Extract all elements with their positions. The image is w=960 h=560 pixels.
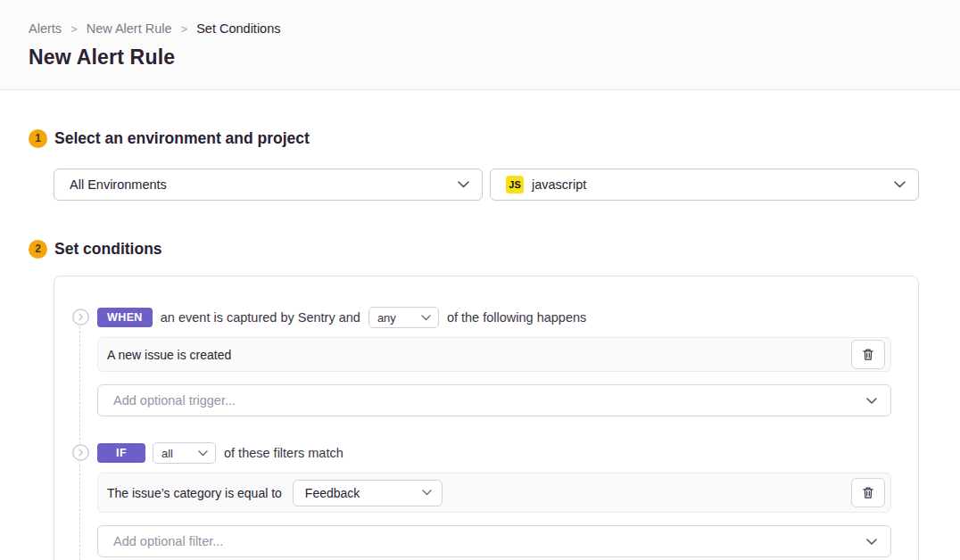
page-title: New Alert Rule [29, 45, 931, 70]
chevron-down-icon [866, 539, 877, 545]
delete-filter-button[interactable] [851, 478, 885, 507]
environment-select[interactable]: All Environments [54, 169, 483, 201]
filter-condition-row: The issue’s category is equal to Feedbac… [97, 473, 891, 513]
trigger-condition-label: A new issue is created [107, 348, 231, 362]
breadcrumb-set-conditions: Set Conditions [196, 21, 280, 36]
collapse-chevron-icon[interactable] [72, 309, 89, 325]
environment-select-value: All Environments [70, 177, 458, 192]
trash-icon [862, 486, 874, 499]
section-conditions-heading: 2 Set conditions [29, 238, 919, 259]
chevron-down-icon [421, 315, 431, 321]
when-text-before: an event is captured by Sentry and [161, 310, 360, 325]
if-text-after: of these filters match [224, 446, 343, 460]
if-step: IF all of these filters match The issue’… [97, 442, 891, 557]
collapse-chevron-icon[interactable] [72, 444, 89, 461]
trash-icon [862, 348, 874, 361]
delete-trigger-button[interactable] [851, 340, 885, 369]
chevron-down-icon [894, 181, 906, 188]
breadcrumb-separator-icon: > [70, 22, 78, 36]
when-step-header: WHEN an event is captured by Sentry and … [97, 307, 891, 328]
add-optional-filter-select[interactable]: Add optional filter... [97, 525, 891, 557]
if-step-header: IF all of these filters match [97, 442, 891, 464]
step-number-badge: 2 [29, 240, 47, 259]
add-optional-trigger-select[interactable]: Add optional trigger... [97, 384, 891, 416]
breadcrumb-separator-icon: > [181, 22, 188, 36]
section-environment-title: Select an environment and project [54, 129, 310, 148]
chevron-down-icon [422, 490, 432, 496]
when-badge: WHEN [97, 308, 153, 327]
filter-condition-label: The issue’s category is equal to [107, 486, 282, 500]
project-select-value: javascript [532, 177, 894, 192]
environment-project-row: All Environments JS javascript [54, 169, 919, 201]
main-content: 1 Select an environment and project All … [0, 128, 960, 560]
if-match-value: all [161, 447, 173, 460]
breadcrumb-new-alert-rule[interactable]: New Alert Rule [87, 21, 172, 36]
javascript-platform-icon: JS [506, 176, 524, 194]
filter-category-value: Feedback [305, 486, 360, 500]
when-match-select[interactable]: any [368, 307, 439, 328]
when-step: WHEN an event is captured by Sentry and … [97, 307, 891, 416]
add-trigger-placeholder: Add optional trigger... [113, 393, 236, 408]
section-conditions-title: Set conditions [54, 240, 162, 259]
when-text-after: of the following happens [447, 310, 586, 325]
if-match-select[interactable]: all [153, 442, 216, 464]
page-header: Alerts > New Alert Rule > Set Conditions… [0, 0, 960, 90]
breadcrumb-alerts[interactable]: Alerts [29, 21, 62, 36]
step-connector-line [79, 317, 80, 560]
filter-category-select[interactable]: Feedback [293, 480, 443, 506]
section-environment-heading: 1 Select an environment and project [29, 128, 919, 149]
if-badge: IF [97, 443, 145, 463]
breadcrumb: Alerts > New Alert Rule > Set Conditions [29, 21, 931, 36]
trigger-condition-row: A new issue is created [97, 337, 891, 372]
when-match-value: any [377, 311, 396, 325]
chevron-down-icon [866, 398, 877, 404]
chevron-down-icon [458, 181, 469, 188]
add-filter-placeholder: Add optional filter... [113, 534, 223, 548]
conditions-card: WHEN an event is captured by Sentry and … [54, 276, 919, 560]
step-number-badge: 1 [29, 129, 47, 148]
project-select[interactable]: JS javascript [490, 169, 919, 201]
chevron-down-icon [198, 450, 208, 457]
